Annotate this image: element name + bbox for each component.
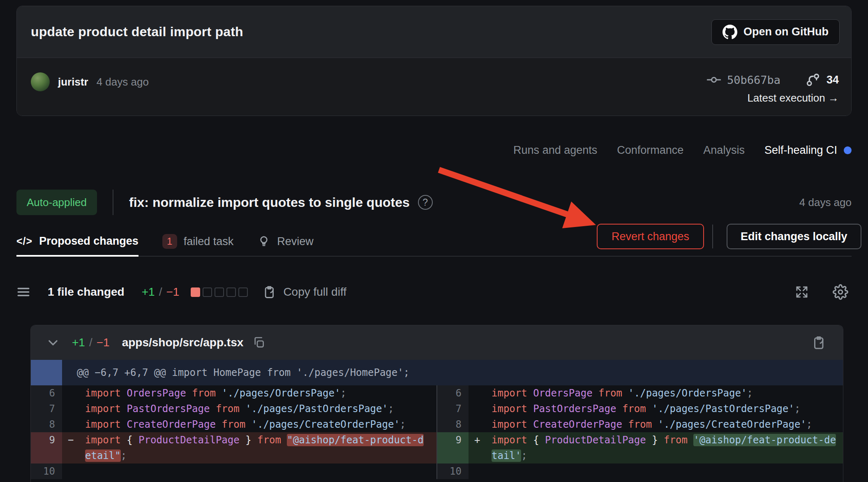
diff-marker: +: [474, 432, 480, 448]
arrow-right-icon: →: [828, 92, 839, 104]
copy-full-diff-button[interactable]: Copy full diff: [263, 285, 346, 299]
diff-block: [215, 287, 224, 297]
latest-execution-link[interactable]: Latest execution →: [747, 92, 839, 104]
avatar[interactable]: [31, 72, 50, 91]
diff-line: 9−import { ProductDetailPage } from "@ai…: [31, 432, 436, 463]
authored-time: 4 days ago: [97, 76, 149, 88]
commit-title-row: update product detail import path Open o…: [17, 6, 851, 58]
line-number: 8: [437, 417, 469, 432]
deletions-stat: −1: [166, 285, 179, 299]
diff-line: 8import CreateOrderPage from './pages/Cr…: [31, 417, 436, 432]
open-on-github-button[interactable]: Open on GitHub: [711, 19, 840, 45]
commit-meta-row: juristr 4 days ago 50b667ba 34: [17, 58, 851, 116]
files-changed-label: 1 file changed: [48, 285, 125, 299]
file-deletions: −1: [97, 336, 110, 349]
hunk-header-row: @@ −6,7 +6,7 @@ import HomePage from './…: [31, 360, 843, 385]
diff-line: 7import PastOrdersPage from './pages/Pas…: [437, 401, 843, 417]
nav-item-self-healing-ci[interactable]: Self-healing CI: [764, 144, 852, 157]
chevron-down-icon[interactable]: [45, 334, 61, 351]
diff-line: 10: [31, 463, 436, 479]
line-number: 8: [31, 417, 62, 432]
code-content: [62, 463, 436, 479]
fix-header-row: Auto-applied fix: normalize import quote…: [16, 189, 852, 216]
diff-line: 9+import { ProductDetailPage } from '@ai…: [437, 432, 843, 463]
expand-icon[interactable]: [795, 285, 809, 299]
diff-line: 10: [437, 463, 843, 479]
nav-item-analysis[interactable]: Analysis: [703, 144, 745, 157]
code-content: import CreateOrderPage from './pages/Cre…: [62, 417, 436, 432]
diff-toolbar: 1 file changed +1 / −1 Copy full diff: [16, 276, 852, 308]
self-healing-ci-page: update product detail import path Open o…: [0, 0, 868, 482]
diff-blocks-indicator: [191, 287, 248, 297]
diff-panel-old: 6import OrdersPage from './pages/OrdersP…: [31, 385, 436, 479]
diff-line: 8import CreateOrderPage from './pages/Cr…: [437, 417, 843, 432]
failed-count-badge: 1: [162, 234, 177, 249]
line-number: 10: [31, 463, 62, 479]
diff-line: 6import OrdersPage from './pages/OrdersP…: [31, 385, 436, 401]
open-on-github-label: Open on GitHub: [743, 25, 829, 38]
code-content: import OrdersPage from './pages/OrdersPa…: [62, 385, 436, 401]
top-nav: Runs and agentsConformanceAnalysisSelf-h…: [16, 144, 852, 157]
lightbulb-icon: [257, 235, 270, 248]
line-number: 9: [437, 432, 469, 463]
diff-line: 6import OrdersPage from './pages/OrdersP…: [437, 385, 843, 401]
line-number: 6: [437, 385, 469, 401]
diff-file-card: +1 / −1 apps/shop/src/app.tsx @@ −6,7 +6…: [30, 325, 843, 482]
tab-proposed-changes[interactable]: </> Proposed changes: [16, 227, 139, 257]
diff-block: [203, 287, 212, 297]
code-content: import PastOrdersPage from './pages/Past…: [62, 401, 436, 417]
line-number: 7: [31, 401, 62, 417]
diff-panel-new: 6import OrdersPage from './pages/OrdersP…: [437, 385, 843, 479]
commit-sha-chip[interactable]: 50b667ba: [706, 72, 780, 87]
hunk-gutter: [31, 360, 62, 385]
code-content: import PastOrdersPage from './pages/Past…: [469, 401, 843, 417]
commit-sha: 50b667ba: [727, 74, 780, 86]
line-number: 9: [31, 432, 62, 463]
gear-icon[interactable]: [833, 284, 848, 300]
execution-info: 50b667ba 34 Latest execution →: [706, 72, 839, 104]
diff-marker: −: [68, 432, 74, 448]
menu-icon[interactable]: [16, 285, 30, 299]
file-path: apps/shop/src/app.tsx: [122, 336, 244, 349]
tab-failed-task[interactable]: 1 failed task: [162, 227, 234, 256]
additions-stat: +1: [142, 285, 155, 299]
help-icon[interactable]: ?: [418, 195, 433, 210]
fix-time: 4 days ago: [799, 196, 852, 209]
diff-block: [226, 287, 236, 297]
edit-changes-locally-button[interactable]: Edit changes locally: [727, 224, 861, 249]
code-content: −import { ProductDetailPage } from "@ais…: [62, 432, 436, 463]
divider: [113, 190, 113, 215]
tab-review[interactable]: Review: [257, 227, 314, 256]
commit-header-card: update product detail import path Open o…: [16, 6, 852, 116]
execution-count-chip[interactable]: 34: [805, 72, 839, 88]
code-content: +import { ProductDetailPage } from '@ais…: [469, 432, 843, 463]
diff-block: [238, 287, 248, 297]
diff-block: [191, 287, 200, 297]
author-info: juristr 4 days ago: [31, 72, 149, 92]
fix-title: fix: normalize import quotes to single q…: [129, 195, 410, 210]
auto-applied-badge: Auto-applied: [16, 190, 97, 215]
commit-icon: [706, 72, 721, 87]
git-compare-icon: [805, 72, 821, 88]
line-number: 7: [437, 401, 469, 417]
line-number: 6: [31, 385, 62, 401]
page-title: update product detail import path: [31, 24, 243, 39]
line-number: 10: [437, 463, 469, 479]
author-name: juristr: [58, 76, 88, 88]
diff-panels: 6import OrdersPage from './pages/OrdersP…: [31, 385, 843, 479]
diff-file-header: +1 / −1 apps/shop/src/app.tsx: [31, 325, 843, 360]
copy-path-icon[interactable]: [252, 336, 265, 349]
revert-changes-button[interactable]: Revert changes: [597, 224, 704, 249]
code-content: [469, 463, 843, 479]
nav-item-runs-and-agents[interactable]: Runs and agents: [513, 144, 597, 157]
status-dot: [844, 146, 852, 154]
copy-file-diff-icon[interactable]: [812, 335, 826, 350]
code-content: import OrdersPage from './pages/OrdersPa…: [469, 385, 843, 401]
code-content: import CreateOrderPage from './pages/Cre…: [469, 417, 843, 432]
divider: [712, 225, 713, 248]
code-icon: </>: [16, 235, 32, 247]
diff-line: 7import PastOrdersPage from './pages/Pas…: [31, 401, 436, 417]
file-additions: +1: [72, 336, 85, 349]
nav-item-conformance[interactable]: Conformance: [617, 144, 683, 157]
execution-number: 34: [826, 74, 839, 86]
